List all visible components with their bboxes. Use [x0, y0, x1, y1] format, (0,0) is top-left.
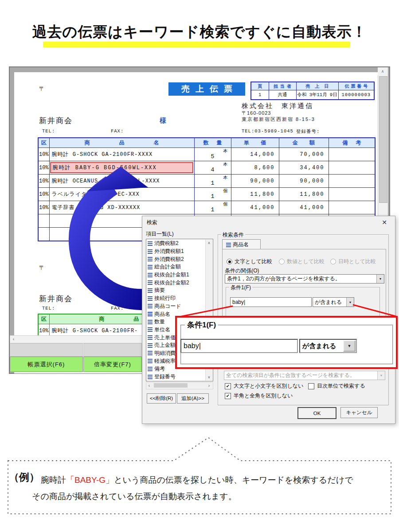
tab-label: 商品名 [233, 241, 249, 249]
product-name: 腕時計 OCEANUS OCW-T4000CL-XXXX [49, 175, 194, 188]
list-item-label: 税抜合計金額1 [154, 271, 189, 279]
product-name: 電子辞書 EX-word XD-XXXXXX [49, 201, 194, 214]
scroll-up-icon[interactable]: ∧ [378, 67, 387, 75]
list-item[interactable]: 商品コード [147, 303, 205, 311]
list-icon [148, 288, 153, 293]
company-address: 東京都新宿区西新宿 8-15-3 [242, 116, 315, 123]
list-item-label: 商品コード [154, 303, 181, 310]
chevron-down-icon[interactable]: ▼ [343, 340, 356, 352]
condition1-input[interactable]: baby [230, 297, 312, 307]
list-item-label: 摘要 [154, 287, 165, 294]
scroll-left-icon[interactable]: ‹ [10, 336, 17, 342]
scroll-down-icon[interactable]: ∨ [206, 374, 212, 381]
company-name: 株式会社 東洋通信 [242, 102, 313, 110]
list-item-label: 総合計金額 [154, 263, 181, 271]
list-icon [148, 280, 153, 285]
list-icon [148, 312, 153, 316]
keyword-input-magnified[interactable]: baby [180, 339, 298, 353]
list-icon [148, 375, 153, 379]
list-icon [148, 296, 153, 301]
quantity-cell: 本1 [194, 175, 231, 188]
slip-header-row: 区 商品名 数量 単価 金額 備考 [38, 138, 375, 148]
list-icon [148, 320, 153, 324]
product-name: ラベルライター ラテコ EC-XXX [49, 188, 194, 201]
list-item[interactable]: 消費税額2 [147, 240, 205, 248]
add-button[interactable]: 追加(A)>> [177, 393, 209, 404]
list-item[interactable]: 摘要 [147, 287, 205, 295]
slip-title: 売上伝票 [181, 83, 238, 95]
col-tax: 区 [38, 138, 49, 148]
tel-label: TEL: [42, 128, 55, 134]
meta-value-date: 令和 3年11月 9日 [296, 90, 338, 100]
list-item[interactable]: 税抜合計金額1 [147, 271, 205, 279]
list-icon [148, 359, 153, 363]
note-cell [329, 201, 375, 214]
col-price: 単価 [231, 138, 279, 148]
checkbox-icon: ✔ [225, 393, 231, 399]
registration-label: 登録番号: [296, 128, 320, 135]
list-icon [226, 243, 231, 247]
table-row: 10% ラベルライター ラテコ EC-XXX 個1 11,800 11,800 [38, 188, 375, 201]
list-item[interactable]: 外消費税額2 [147, 255, 205, 263]
list-item-label: 接続行印 [154, 295, 176, 302]
col-qty: 数量 [194, 138, 231, 148]
tel-label: TEL: [42, 306, 55, 311]
item-list-label: 項目一覧(L) [146, 230, 174, 238]
delete-button[interactable]: <<削除(R) [147, 393, 176, 404]
checkbox-icon: ✔ [225, 383, 231, 389]
checkbox-search-by-toc[interactable]: 目次単位で検索する [308, 382, 365, 390]
chevron-down-icon[interactable]: ▼ [346, 298, 354, 307]
quantity-cell: 本5 [194, 148, 231, 161]
operator-select-magnified[interactable]: が含まれる ▼ [299, 339, 357, 353]
scroll-left-icon[interactable]: ‹ [146, 383, 152, 388]
condition1-operator-select[interactable]: が含まれる ▼ [313, 297, 354, 307]
list-icon [148, 304, 153, 308]
quantity-cell: 個1 [194, 201, 231, 214]
list-item[interactable]: 登録番号 [147, 373, 205, 381]
search-conditions-label: 検索条件 [221, 231, 245, 239]
list-item[interactable]: 外消費税額1 [147, 248, 205, 256]
example-line1: 腕時計「BABY-G」という商品の伝票を探したい時、キーワードを検索するだけで [41, 474, 353, 486]
close-icon[interactable]: ✕ [378, 217, 391, 227]
chevron-down-icon: ▼ [377, 371, 385, 380]
radio-icon [330, 259, 336, 264]
meta-header-number: 伝票番号 [338, 82, 374, 90]
page-title: 過去の伝票はキーワード検索ですぐに自動表示！ [0, 22, 399, 42]
chevron-down-icon[interactable]: ▼ [376, 275, 384, 283]
product-name: 腕時計 G-SHOCK GA-2100FR-XXXX [49, 148, 194, 161]
customer-name: 新井商会 [39, 294, 73, 304]
radio-compare-as-number[interactable]: 数値として比較 [279, 258, 325, 265]
checkbox-ignore-case[interactable]: ✔ 大文字と小文字を区別しない [225, 382, 303, 390]
list-item[interactable]: 接続行印 [147, 295, 205, 303]
list-item-label: 登録番号 [154, 373, 176, 381]
scrollbar-thumb[interactable] [379, 76, 387, 203]
list-item-label: 税抜合計金額2 [154, 279, 189, 287]
cancel-button[interactable]: キャンセル [340, 407, 378, 418]
scroll-right-icon[interactable]: › [206, 383, 212, 388]
radio-compare-as-text[interactable]: 文字として比較 [227, 258, 272, 265]
tab-product-name[interactable]: 商品名 [222, 239, 261, 250]
ok-button[interactable]: OK [297, 407, 336, 419]
note-cell [329, 175, 375, 188]
radio-icon [279, 259, 285, 264]
list-icon [148, 273, 153, 277]
slip-meta-table: 頁 担当者 売上日 伝票番号 1 共通 令和 3年11月 9日 10000000… [250, 82, 375, 100]
checkbox-ignore-width[interactable]: ✔ 半角と全角を区別しない [225, 392, 293, 400]
form-select-button[interactable]: 帳票選択(F6) [10, 357, 83, 372]
search-hit-highlight: 腕時計 BABY-G BGD-560WL-XXX [50, 162, 193, 173]
list-item[interactable]: 総合計金額 [147, 263, 205, 271]
scrollbar-thumb[interactable] [154, 383, 188, 388]
example-keyword: 「BABY-G」 [66, 475, 114, 485]
col-tax: 区 [38, 314, 49, 324]
list-item-label: 外消費税額2 [154, 256, 184, 263]
zoom-change-button[interactable]: 倍率変更(F7) [83, 357, 142, 372]
radio-compare-as-datetime[interactable]: 日時として比較 [330, 258, 376, 265]
target-select-disabled: 全ての検索項目が条件に合致するページを検索する。 ▼ [224, 371, 385, 380]
scroll-up-icon[interactable]: ∧ [206, 240, 212, 246]
list-item[interactable]: 税抜合計金額2 [147, 279, 205, 287]
headline-highlight-bar [43, 42, 350, 47]
condition1-zoom-callout: 条件1(F) baby が含まれる ▼ [175, 316, 398, 369]
quantity-cell: 個1 [194, 188, 231, 201]
slip-title-banner: 売上伝票 [168, 82, 245, 96]
relation-select[interactable]: 条件1，2の両方が合致するページを検索する。 ▼ [225, 274, 384, 283]
